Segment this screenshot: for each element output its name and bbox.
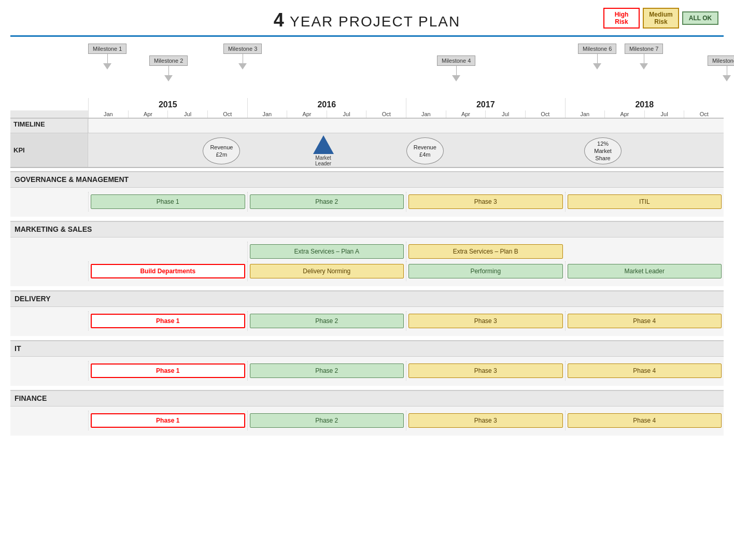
mkt-norming-cell: Delivery Norming bbox=[247, 261, 406, 281]
mkt-build-bar: Build Departments bbox=[91, 264, 245, 278]
legend: HighRisk MediumRisk ALL OK bbox=[603, 8, 718, 29]
month-jul-2: Jul bbox=[327, 110, 366, 118]
governance-title: GOVERNANCE & MANAGEMENT bbox=[10, 172, 724, 187]
month-oct-3: Oct bbox=[525, 110, 565, 118]
mkt-plan-a-bar: Extra Services – Plan A bbox=[250, 244, 404, 259]
gov-phase1-bar: Phase 1 bbox=[91, 194, 245, 209]
gov-phase3-cell: Phase 3 bbox=[406, 192, 565, 212]
gov-itil-cell: ITIL bbox=[565, 192, 724, 212]
del-phase2-cell: Phase 2 bbox=[247, 311, 406, 331]
milestones-area: Milestone 1 Milestone 2 Milestone 3 Mile… bbox=[10, 41, 724, 98]
milestone-1-label: Milestone 1 bbox=[88, 44, 126, 54]
fin-phase1-bar: Phase 1 bbox=[91, 413, 245, 428]
month-jan-4: Jan bbox=[565, 110, 605, 118]
marketing-row-2: Build Departments Delivery Norming Perfo… bbox=[10, 261, 724, 281]
finance-header: FINANCE bbox=[10, 391, 724, 407]
it-phase2-bar: Phase 2 bbox=[250, 363, 404, 378]
delivery-row-1: Phase 1 Phase 2 Phase 3 Phase 4 bbox=[10, 311, 724, 331]
del-phase1-cell: Phase 1 bbox=[88, 311, 247, 331]
mkt-performing-cell: Performing bbox=[406, 261, 565, 281]
finance-title: FINANCE bbox=[10, 391, 724, 406]
kpi-revenue-4m: Revenue£4m bbox=[406, 137, 444, 164]
month-apr-4: Apr bbox=[604, 110, 644, 118]
fin-phase1-cell: Phase 1 bbox=[88, 411, 247, 430]
month-jul-3: Jul bbox=[485, 110, 525, 118]
milestone-8: Milestone 8 bbox=[708, 55, 734, 81]
fin-phase2-bar: Phase 2 bbox=[250, 413, 404, 428]
timeline-label: TIMELINE bbox=[10, 119, 88, 133]
fin-phase4-bar: Phase 4 bbox=[568, 413, 722, 428]
marketing-row-1: Extra Services – Plan A Extra Services –… bbox=[10, 242, 724, 261]
mkt-plan-a-cell: Extra Services – Plan A bbox=[247, 242, 406, 261]
marketing-title: MARKETING & SALES bbox=[10, 222, 724, 237]
year-2017: 2017 bbox=[406, 98, 565, 110]
month-oct-2: Oct bbox=[366, 110, 406, 118]
month-apr-2: Apr bbox=[287, 110, 327, 118]
legend-medium-risk: MediumRisk bbox=[643, 8, 679, 29]
page-title: 4 YEAR PROJECT PLAN bbox=[274, 9, 460, 31]
del-phase3-bar: Phase 3 bbox=[408, 314, 563, 328]
header-divider bbox=[10, 35, 724, 37]
delivery-title: DELIVERY bbox=[10, 291, 724, 306]
months-row: Jan Apr Jul Oct Jan Apr Jul Oct Jan Apr … bbox=[10, 110, 724, 118]
del-phase4-cell: Phase 4 bbox=[565, 311, 724, 331]
marketing-header: MARKETING & SALES bbox=[10, 222, 724, 237]
month-jan-1: Jan bbox=[88, 110, 128, 118]
milestone-3: Milestone 3 bbox=[223, 44, 262, 69]
milestone-6: Milestone 6 bbox=[578, 44, 616, 69]
kpi-triangle-icon bbox=[313, 135, 334, 154]
gov-phase2-bar: Phase 2 bbox=[250, 194, 404, 209]
kpi-ellipse-market-share: 12%MarketShare bbox=[584, 137, 622, 164]
fin-phase4-cell: Phase 4 bbox=[565, 411, 724, 430]
header: 4 YEAR PROJECT PLAN HighRisk MediumRisk … bbox=[10, 5, 724, 33]
kpi-market-share: 12%MarketShare bbox=[584, 137, 622, 164]
del-phase3-cell: Phase 3 bbox=[406, 311, 565, 331]
it-phase4-cell: Phase 4 bbox=[565, 361, 724, 381]
del-phase4-bar: Phase 4 bbox=[568, 314, 722, 328]
gov-phase2-cell: Phase 2 bbox=[247, 192, 406, 212]
kpi-ellipse-revenue-4m: Revenue£4m bbox=[406, 137, 444, 164]
fin-phase3-bar: Phase 3 bbox=[408, 413, 563, 428]
kpi-label: KPI bbox=[10, 133, 88, 167]
mkt-performing-bar: Performing bbox=[408, 264, 563, 278]
milestone-3-label: Milestone 3 bbox=[223, 44, 262, 54]
years-row: 2015 2016 2017 2018 bbox=[10, 98, 724, 110]
milestone-8-label: Milestone 8 bbox=[708, 55, 734, 66]
month-jan-2: Jan bbox=[247, 110, 287, 118]
mkt-plan-b-bar: Extra Services – Plan B bbox=[408, 244, 563, 259]
it-row-1: Phase 1 Phase 2 Phase 3 Phase 4 bbox=[10, 361, 724, 381]
it-phase1-bar: Phase 1 bbox=[91, 363, 245, 378]
it-phase3-cell: Phase 3 bbox=[406, 361, 565, 381]
it-phase4-bar: Phase 4 bbox=[568, 363, 722, 378]
year-2015: 2015 bbox=[88, 98, 247, 110]
it-title: IT bbox=[10, 341, 724, 356]
kpi-ellipse-revenue-2m: Revenue£2m bbox=[203, 137, 240, 164]
del-phase1-bar: Phase 1 bbox=[91, 314, 245, 328]
month-apr-1: Apr bbox=[128, 110, 168, 118]
it-header: IT bbox=[10, 341, 724, 357]
it-section: IT Phase 1 Phase 2 Phase 3 Phase 4 bbox=[10, 340, 724, 386]
milestone-2-label: Milestone 2 bbox=[149, 55, 188, 66]
milestone-6-label: Milestone 6 bbox=[578, 44, 616, 54]
gov-itil-bar: ITIL bbox=[568, 194, 722, 209]
milestone-2: Milestone 2 bbox=[149, 55, 188, 81]
it-phase2-cell: Phase 2 bbox=[247, 361, 406, 381]
month-jan-3: Jan bbox=[406, 110, 446, 118]
kpi-market-leader: MarketLeader bbox=[313, 136, 334, 166]
mkt-build-cell: Build Departments bbox=[88, 261, 247, 281]
month-oct-1: Oct bbox=[207, 110, 247, 118]
gov-phase1-cell: Phase 1 bbox=[88, 192, 247, 212]
milestone-4: Milestone 4 bbox=[437, 55, 475, 81]
kpi-revenue-2m: Revenue£2m bbox=[203, 137, 240, 164]
timeline-row: TIMELINE bbox=[10, 118, 724, 133]
marketing-section: MARKETING & SALES Extra Services – Plan … bbox=[10, 221, 724, 286]
year-2018: 2018 bbox=[565, 98, 724, 110]
fin-phase2-cell: Phase 2 bbox=[247, 411, 406, 430]
month-jul-4: Jul bbox=[644, 110, 684, 118]
mkt-norming-bar: Delivery Norming bbox=[250, 264, 404, 278]
kpi-triangle-label: MarketLeader bbox=[315, 155, 331, 166]
governance-header: GOVERNANCE & MANAGEMENT bbox=[10, 172, 724, 188]
legend-high-risk: HighRisk bbox=[603, 8, 640, 29]
milestone-1: Milestone 1 bbox=[88, 44, 126, 69]
page: 4 YEAR PROJECT PLAN HighRisk MediumRisk … bbox=[0, 0, 734, 441]
